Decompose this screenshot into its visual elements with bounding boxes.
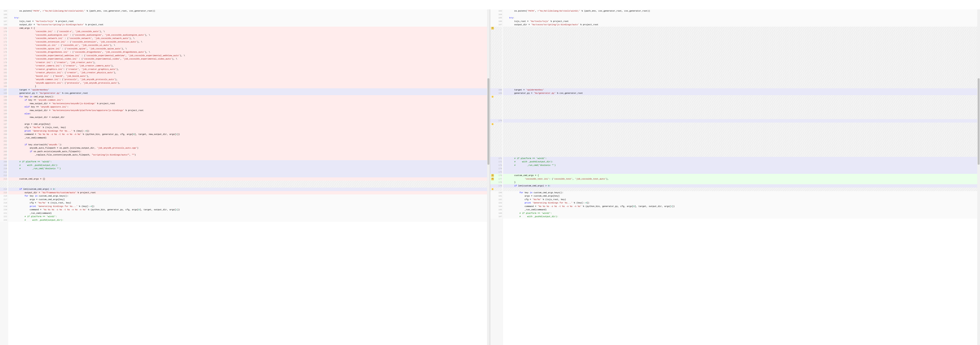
code-line[interactable]: generator_py = '%s/generator.py' % cxx_g… xyxy=(503,92,977,95)
code-line[interactable]: 'cocos2dx_ui.ini' : ('cocos2dx_ui', 'jsb… xyxy=(8,44,487,47)
code-line[interactable]: custom_cmd_args = { xyxy=(503,174,977,177)
code-line[interactable] xyxy=(503,139,977,143)
code-line[interactable] xyxy=(503,146,977,150)
code-line[interactable]: args = custom_cmd_args[key] xyxy=(503,195,977,198)
code-line[interactable]: for key in custom_cmd_args.keys(): xyxy=(503,191,977,195)
code-line[interactable]: new_output_dir = output_dir xyxy=(8,116,487,119)
code-line[interactable]: for key in custom_cmd_args.keys(): xyxy=(8,195,487,198)
code-line[interactable]: 'cocos2dx_extension.ini' : ('cocos2dx_ex… xyxy=(8,40,487,44)
code-line[interactable]: output_dir = '%s/cocos/scripting/js-bind… xyxy=(503,23,977,27)
code-line[interactable]: generator_py = '%s/generator.py' % cxx_g… xyxy=(8,92,487,95)
code-line[interactable] xyxy=(503,27,977,30)
change-marker-icon[interactable] xyxy=(492,96,493,98)
code-line[interactable]: 'cocos2dx_network.ini' : ('cocos2dx_netw… xyxy=(8,37,487,40)
code-line[interactable]: 'anysdk-common.ini': ('protocols', 'jsb_… xyxy=(8,78,487,81)
code-line[interactable]: try: xyxy=(503,16,977,20)
code-line[interactable] xyxy=(503,40,977,44)
code-line[interactable] xyxy=(503,150,977,154)
code-line[interactable] xyxy=(503,143,977,147)
code-line[interactable]: # _run_cmd('dos2unix *') xyxy=(8,167,487,171)
code-line[interactable]: for key in cmd_args.keys(): xyxy=(8,95,487,99)
code-line[interactable]: tojs_root = '%s/tools/tojs' % project_ro… xyxy=(503,20,977,23)
code-line[interactable] xyxy=(503,74,977,78)
code-line[interactable]: 'creator_camera.ini': ('creator', 'jsb_c… xyxy=(8,64,487,68)
code-line[interactable]: 'cocos2dx_dragonbones.ini' : ('cocos2dx_… xyxy=(8,51,487,54)
code-line[interactable]: # with _pushd(output_dir): xyxy=(8,164,487,167)
code-line[interactable]: 'creator_physics.ini': ('creator', 'jsb_… xyxy=(8,71,487,74)
code-line[interactable] xyxy=(503,130,977,133)
code-line[interactable]: new_output_dir = '%s/extensions/anysdk/p… xyxy=(8,109,487,112)
code-line[interactable] xyxy=(503,98,977,102)
revert-icon[interactable]: ⟲ xyxy=(491,174,494,177)
code-line[interactable] xyxy=(503,123,977,126)
code-line[interactable]: 'cocos2dx_spine.ini' : ('cocos2dx_spine'… xyxy=(8,47,487,51)
code-line[interactable]: } xyxy=(8,85,487,88)
code-line[interactable] xyxy=(503,57,977,61)
code-line[interactable] xyxy=(8,184,487,188)
code-line[interactable]: if key == 'anysdk-common.ini': xyxy=(8,98,487,102)
code-line[interactable]: try: xyxy=(8,16,487,20)
code-line[interactable] xyxy=(503,44,977,47)
code-line[interactable] xyxy=(8,181,487,184)
code-line[interactable]: if key.startswith('anysdk-'): xyxy=(8,143,487,147)
change-marker-icon[interactable] xyxy=(492,188,493,190)
code-line[interactable] xyxy=(8,139,487,143)
code-line[interactable] xyxy=(503,105,977,109)
code-line[interactable] xyxy=(503,153,977,157)
code-line[interactable]: command = '%s %s %s -s %s -t %s -o %s -n… xyxy=(503,205,977,208)
code-line[interactable] xyxy=(503,33,977,37)
code-line[interactable]: custom_cmd_args = {} xyxy=(8,177,487,181)
code-line[interactable] xyxy=(8,119,487,123)
code-line[interactable] xyxy=(503,126,977,130)
code-line[interactable]: 'cocos2dx_audioengine.ini' : ('cocos2dx_… xyxy=(8,33,487,37)
code-line[interactable]: command = '%s %s %s -s %s -t %s -o %s -n… xyxy=(8,208,487,212)
code-line[interactable] xyxy=(503,109,977,112)
code-line[interactable] xyxy=(503,95,977,99)
code-line[interactable]: } xyxy=(503,181,977,184)
code-line[interactable]: _run_cmd(command) xyxy=(8,136,487,140)
code-line[interactable] xyxy=(503,47,977,51)
code-line[interactable]: # if platform == 'win32': xyxy=(503,212,977,215)
code-line[interactable] xyxy=(503,116,977,119)
code-line[interactable]: output_dir = '%s/frameworks/custom/auto'… xyxy=(8,191,487,195)
code-line[interactable] xyxy=(503,102,977,106)
right-scrollbar[interactable] xyxy=(977,9,980,345)
code-line[interactable]: target = 'spidermonkey' xyxy=(8,88,487,92)
code-line[interactable]: os.putenv('PATH', r'%s;%s\libclang;%s\to… xyxy=(8,9,487,13)
code-line[interactable]: tojs_root = '%s/tools/tojs' % project_ro… xyxy=(8,20,487,23)
code-line[interactable]: 'cocos2dx.ini' : ('cocos2d-x', 'jsb_coco… xyxy=(8,30,487,33)
code-line[interactable] xyxy=(503,64,977,68)
code-line[interactable]: 'creator_graphics.ini': ('creator', 'jsb… xyxy=(8,68,487,71)
code-line[interactable] xyxy=(8,13,487,16)
code-line[interactable]: cfg = '%s/%s' % (tojs_root, key) xyxy=(8,126,487,130)
code-line[interactable] xyxy=(503,85,977,88)
code-line[interactable]: cfg = '%s/%s' % (tojs_root, key) xyxy=(503,198,977,201)
code-line[interactable]: 'cocos2dx_experimental_video.ini' : ('co… xyxy=(8,57,487,61)
code-line[interactable] xyxy=(503,136,977,140)
code-line[interactable]: 'cocos2dx_experimental_webView.ini' : ('… xyxy=(8,54,487,58)
code-line[interactable]: if os.path.exists(anysdk_auto_filepath): xyxy=(8,150,487,154)
code-line[interactable] xyxy=(8,157,487,160)
code-line[interactable]: print 'Generating bindings for %s...' % … xyxy=(8,205,487,208)
code-line[interactable]: # with _pushd(output_dir): xyxy=(503,160,977,164)
code-line[interactable] xyxy=(503,81,977,85)
revert-icon[interactable]: ⟲ xyxy=(491,27,494,30)
code-line[interactable] xyxy=(503,13,977,16)
code-line[interactable]: command = '%s %s %s -s %s -t %s -o %s -n… xyxy=(8,133,487,136)
code-line[interactable]: if len(custom_cmd_args) > 0: xyxy=(8,188,487,191)
code-line[interactable] xyxy=(503,112,977,116)
revert-icon[interactable]: ⟲ xyxy=(491,177,494,180)
code-line[interactable]: # if platform == 'win32': xyxy=(8,160,487,164)
code-line[interactable]: elif key == 'anysdk-appstore.ini': xyxy=(8,105,487,109)
code-line[interactable] xyxy=(503,71,977,74)
code-line[interactable]: print 'Generating bindings for %s...' % … xyxy=(503,201,977,205)
code-line[interactable]: os.putenv('PATH', r'%s;%s\libclang;%s\to… xyxy=(503,9,977,13)
code-line[interactable]: # if platform == 'win32': xyxy=(8,215,487,218)
code-line[interactable]: args = cmd_args[key] xyxy=(8,123,487,126)
code-line[interactable]: cmd_args = { xyxy=(8,27,487,30)
code-line[interactable]: print 'Generating bindings for %s...' % … xyxy=(8,130,487,133)
code-line[interactable]: output_dir = '%s/cocos/scripting/js-bind… xyxy=(8,23,487,27)
code-line[interactable] xyxy=(503,37,977,40)
code-line[interactable]: new_output_dir = '%s/extensions/anysdk/j… xyxy=(8,102,487,106)
code-line[interactable]: _run_cmd(command) xyxy=(8,212,487,215)
